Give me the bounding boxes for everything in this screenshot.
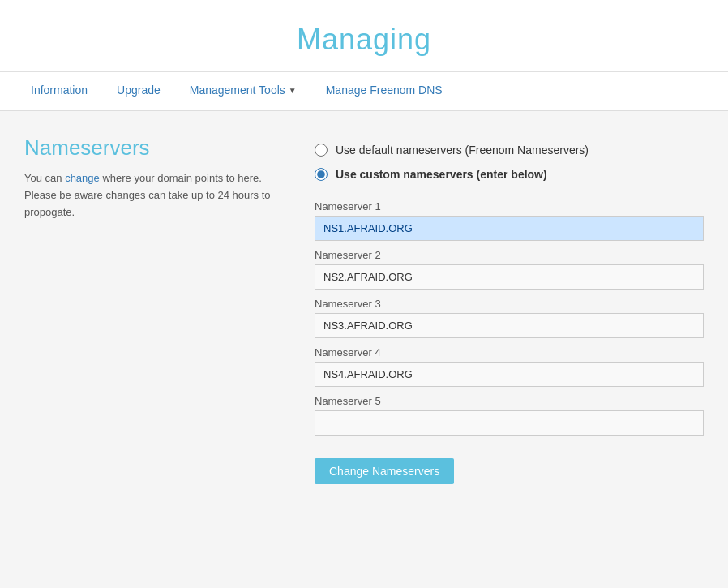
nav-tabs: Information Upgrade Management Tools ▼ M… <box>0 72 728 111</box>
nameserver-5-label: Nameserver 5 <box>315 395 704 407</box>
page-header: Managing <box>0 0 728 72</box>
section-description: You can change where your domain points … <box>24 170 282 221</box>
desc-text-1: You can <box>24 172 65 184</box>
nameserver-group-4: Nameserver 4 <box>315 346 704 387</box>
left-panel: Nameservers You can change where your do… <box>24 135 282 484</box>
tab-management-tools[interactable]: Management Tools ▼ <box>175 72 311 110</box>
nameserver-1-label: Nameserver 1 <box>315 200 704 212</box>
nameserver-fields: Nameserver 1Nameserver 2Nameserver 3Name… <box>315 200 704 436</box>
tab-information-label: Information <box>31 84 88 97</box>
change-nameservers-button[interactable]: Change Nameservers <box>315 458 454 484</box>
nameserver-group-2: Nameserver 2 <box>315 249 704 290</box>
nameserver-group-5: Nameserver 5 <box>315 395 704 436</box>
radio-custom[interactable] <box>315 168 328 181</box>
desc-link-text: change <box>65 172 100 184</box>
nameserver-4-label: Nameserver 4 <box>315 346 704 358</box>
tab-upgrade[interactable]: Upgrade <box>102 72 175 110</box>
nameserver-1-input[interactable] <box>315 216 704 241</box>
tab-manage-freenom-dns[interactable]: Manage Freenom DNS <box>311 72 457 110</box>
radio-default[interactable] <box>315 144 328 157</box>
tab-upgrade-label: Upgrade <box>117 84 161 97</box>
chevron-down-icon: ▼ <box>289 86 297 95</box>
tab-management-tools-label: Management Tools <box>190 84 285 97</box>
nameserver-group-1: Nameserver 1 <box>315 200 704 241</box>
radio-group: Use default nameservers (Freenom Nameser… <box>315 144 704 181</box>
nameserver-4-input[interactable] <box>315 362 704 387</box>
nameserver-3-input[interactable] <box>315 313 704 338</box>
radio-custom-label: Use custom nameservers (enter below) <box>336 168 547 181</box>
page-title: Managing <box>0 23 728 57</box>
nameserver-group-3: Nameserver 3 <box>315 298 704 338</box>
nameserver-2-label: Nameserver 2 <box>315 249 704 261</box>
section-title: Nameservers <box>24 135 282 161</box>
nameserver-5-input[interactable] <box>315 410 704 436</box>
nameserver-2-input[interactable] <box>315 264 704 290</box>
nameserver-3-label: Nameserver 3 <box>315 298 704 310</box>
tab-manage-freenom-dns-label: Manage Freenom DNS <box>326 84 443 97</box>
radio-option-default[interactable]: Use default nameservers (Freenom Nameser… <box>315 144 704 157</box>
right-panel: Use default nameservers (Freenom Nameser… <box>315 135 704 484</box>
desc-link[interactable]: change <box>65 172 100 184</box>
radio-default-label: Use default nameservers (Freenom Nameser… <box>336 144 589 157</box>
radio-option-custom[interactable]: Use custom nameservers (enter below) <box>315 168 704 181</box>
tab-information[interactable]: Information <box>16 72 102 110</box>
